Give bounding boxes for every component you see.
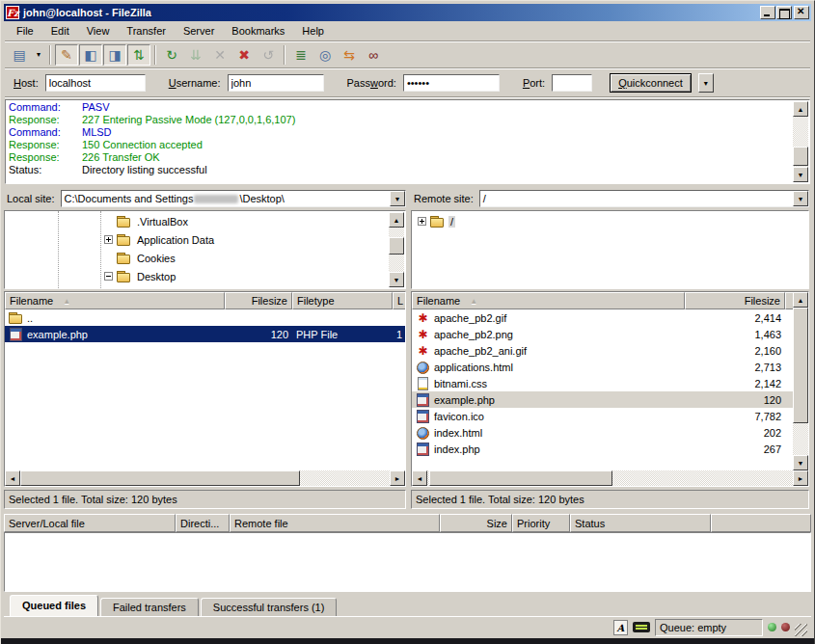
title-bar[interactable]: Fz john@localhost - FileZilla — [4, 4, 811, 21]
menu-item-bookmarks[interactable]: Bookmarks — [223, 23, 293, 39]
file-row[interactable]: favicon.ico7,782 — [412, 408, 793, 424]
message-log-scrollbar[interactable]: ▲ ▼ — [793, 101, 808, 182]
column-header-filetype[interactable]: Filetype — [292, 292, 393, 309]
queue-column-status[interactable]: Status — [570, 514, 711, 532]
tree-item-cookies[interactable]: Cookies — [5, 249, 405, 267]
filezilla-app-icon[interactable]: Fz — [6, 6, 19, 19]
column-header-l[interactable]: L — [393, 292, 406, 309]
maximize-button[interactable] — [776, 6, 792, 19]
scroll-left-icon[interactable]: ◄ — [412, 470, 427, 486]
scrollbar-thumb[interactable] — [793, 308, 808, 423]
data-type-indicator-icon[interactable]: A — [613, 620, 628, 635]
scroll-up-icon[interactable]: ▲ — [793, 101, 808, 117]
scrollbar-thumb[interactable] — [20, 470, 300, 486]
queue-column-priority[interactable]: Priority — [512, 514, 570, 532]
tree-expander-icon[interactable] — [418, 217, 426, 226]
tab-failed-transfers[interactable]: Failed transfers — [100, 598, 199, 616]
file-row[interactable]: applications.html2,713 — [412, 359, 793, 375]
file-row[interactable]: apache_pb2.png1,463 — [412, 326, 793, 342]
file-row[interactable]: index.html202 — [412, 424, 793, 441]
local-site-combobox[interactable]: C:\Documents and Settings\Desktop\ ▾ — [61, 190, 406, 207]
image-file-icon — [416, 345, 430, 357]
tree-item-application-data[interactable]: Application Data — [5, 230, 405, 249]
queue-body[interactable] — [4, 532, 811, 592]
scrollbar-thumb[interactable] — [793, 147, 808, 166]
file-row[interactable]: .. — [5, 309, 405, 326]
toggle-message-log-button[interactable]: ✎ — [55, 44, 78, 66]
tree-expander-icon[interactable] — [104, 235, 113, 244]
queue-column-remote-file[interactable]: Remote file — [230, 514, 440, 532]
scroll-right-icon[interactable]: ► — [793, 470, 808, 486]
queue-column-directi-[interactable]: Directi... — [176, 514, 230, 532]
toggle-message-log-icon: ✎ — [61, 48, 72, 62]
filetype-cell — [292, 309, 393, 326]
menu-item-file[interactable]: File — [8, 23, 42, 39]
scrollbar-thumb[interactable] — [429, 470, 612, 486]
password-input[interactable] — [403, 74, 500, 92]
remote-vertical-scrollbar[interactable]: ▲ ▼ — [793, 292, 808, 470]
file-row[interactable]: bitnami.css2,142 — [412, 375, 793, 391]
chevron-down-icon[interactable]: ▾ — [390, 191, 405, 206]
tree-item-desktop[interactable]: Desktop — [5, 267, 405, 285]
tree-expander-icon[interactable] — [104, 272, 113, 281]
tab-queued-files[interactable]: Queued files — [10, 595, 98, 616]
column-header-filesize[interactable]: Filesize — [685, 292, 785, 309]
minimize-button[interactable] — [760, 6, 775, 19]
menu-item-edit[interactable]: Edit — [42, 23, 78, 39]
scroll-up-icon[interactable]: ▲ — [389, 212, 404, 228]
toggle-local-tree-button[interactable]: ◧ — [79, 44, 102, 66]
quickconnect-button[interactable]: Quickconnect — [610, 73, 692, 93]
file-row[interactable]: example.php120 — [412, 391, 793, 408]
speed-limits-icon[interactable] — [633, 622, 650, 632]
find-files-button[interactable]: ∞ — [362, 44, 385, 66]
directory-comparison-button[interactable]: ◎ — [313, 44, 337, 66]
scroll-right-icon[interactable]: ► — [390, 470, 405, 486]
queue-column-server-local-file[interactable]: Server/Local file — [4, 514, 176, 532]
resize-grip[interactable] — [795, 624, 807, 636]
tree-item-root[interactable]: / — [412, 212, 808, 230]
file-row[interactable]: apache_pb2.gif2,414 — [412, 309, 793, 326]
site-manager-button[interactable]: ▤ — [8, 44, 31, 66]
disconnect-button[interactable]: ✖ — [232, 44, 256, 66]
file-row[interactable]: example.php120PHP File1 — [5, 326, 405, 342]
scroll-down-icon[interactable]: ▼ — [793, 167, 808, 182]
toggle-remote-tree-button[interactable]: ◨ — [103, 44, 126, 66]
column-header-filename[interactable]: Filename▲ — [5, 292, 225, 309]
site-manager-dropdown-button[interactable]: ▾ — [32, 44, 45, 66]
close-button[interactable] — [794, 6, 809, 19]
column-header-filename[interactable]: Filename▲ — [412, 292, 685, 309]
php-file-icon — [416, 394, 430, 406]
scroll-down-icon[interactable]: ▼ — [793, 455, 808, 470]
queue-column-label: Priority — [517, 518, 550, 529]
scrollbar-thumb[interactable] — [389, 237, 404, 255]
chevron-down-icon[interactable]: ▾ — [793, 191, 808, 206]
tree-guide — [100, 211, 101, 288]
synchronized-browsing-button[interactable]: ⇆ — [338, 44, 361, 66]
menu-item-server[interactable]: Server — [175, 23, 223, 39]
remote-horizontal-scrollbar[interactable]: ◄ ► — [412, 470, 808, 486]
username-input[interactable] — [228, 74, 324, 92]
toggle-queue-button[interactable]: ⇅ — [127, 44, 150, 66]
menu-item-help[interactable]: Help — [293, 23, 333, 39]
local-horizontal-scrollbar[interactable]: ◄ ► — [5, 470, 405, 486]
tab-successful-transfers-1-[interactable]: Successful transfers (1) — [201, 598, 338, 616]
remote-site-combobox[interactable]: / ▾ — [479, 190, 809, 207]
directory-listing-filters-button[interactable]: ≣ — [289, 44, 312, 66]
menu-item-view[interactable]: View — [78, 23, 119, 39]
port-input[interactable] — [552, 74, 592, 92]
queue-column-size[interactable]: Size — [440, 514, 512, 532]
local-tree-scrollbar[interactable]: ▲ ▼ — [389, 212, 404, 287]
scroll-up-icon[interactable]: ▲ — [793, 292, 808, 308]
scroll-left-icon[interactable]: ◄ — [5, 470, 20, 486]
column-header-filesize[interactable]: Filesize — [225, 292, 292, 309]
file-row[interactable]: apache_pb2_ani.gif2,160 — [412, 342, 793, 359]
refresh-button[interactable]: ↻ — [160, 44, 183, 66]
quickconnect-dropdown-button[interactable]: ▾ — [698, 73, 714, 93]
file-row[interactable]: index.php267 — [412, 441, 793, 457]
folder-icon — [117, 216, 131, 228]
host-input[interactable] — [45, 74, 146, 92]
scroll-down-icon[interactable]: ▼ — [389, 272, 404, 287]
site-manager-icon: ▤ — [13, 48, 25, 62]
menu-item-transfer[interactable]: Transfer — [118, 23, 175, 39]
tree-item--virtualbox[interactable]: .VirtualBox — [5, 212, 405, 230]
